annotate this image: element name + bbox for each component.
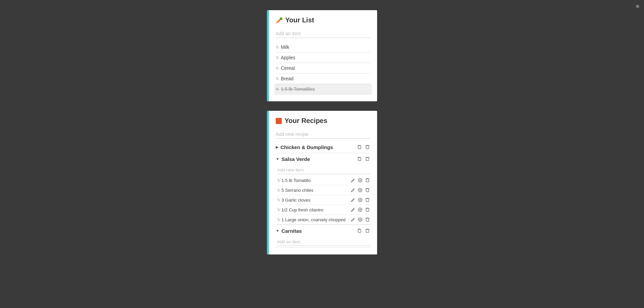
add-recipe-input[interactable]	[276, 130, 370, 139]
list-item-text: 1.5 lb Tomatillos	[281, 86, 315, 92]
list-item-text: Apples	[281, 55, 295, 60]
drag-handle-icon[interactable]: ⇅	[276, 56, 279, 60]
drag-handle-icon[interactable]: ⇅	[276, 66, 279, 70]
chevron-down-icon[interactable]: ▼	[276, 229, 279, 233]
chevron-down-icon[interactable]: ▼	[276, 157, 279, 161]
status-dot	[636, 5, 639, 8]
recipe-group: ▶Chicken & Dumplings	[276, 141, 370, 153]
copy-recipe-button[interactable]	[356, 228, 363, 234]
list-item: ⇅Bread	[276, 74, 370, 84]
list-item-text: Cereal	[281, 65, 295, 71]
drag-handle-icon[interactable]: ⇅	[277, 188, 280, 192]
add-to-list-button[interactable]	[357, 187, 363, 193]
list-item-text: Milk	[281, 44, 289, 50]
copy-recipe-button[interactable]	[356, 144, 363, 150]
recipe-item-row: ⇅1 Large onion, coarsely chopped	[277, 215, 370, 225]
recipe-items-section	[276, 237, 370, 247]
svg-rect-0	[358, 146, 361, 149]
add-recipe-item-input[interactable]	[277, 238, 370, 246]
list-item-text: Bread	[281, 76, 293, 81]
your-list-heading: Your List	[285, 16, 314, 24]
recipe-group-header[interactable]: ▼Carnitas	[276, 225, 370, 237]
recipe-item-actions	[350, 207, 370, 213]
your-recipes-title: Your Recipes	[276, 117, 370, 125]
list-item: ⇅Apples	[276, 53, 370, 63]
drag-handle-icon[interactable]: ⇅	[277, 198, 280, 202]
carrot-icon: 🥕	[276, 17, 282, 24]
add-to-list-button[interactable]	[357, 197, 363, 203]
list-item: ⇅Cereal	[276, 63, 370, 74]
delete-item-button[interactable]	[365, 197, 370, 203]
delete-recipe-button[interactable]	[365, 156, 370, 162]
delete-item-button[interactable]	[365, 177, 370, 183]
edit-item-button[interactable]	[350, 187, 356, 193]
recipe-item-row: ⇅3 Garlic cloves	[277, 195, 370, 205]
list-item: ⇅1.5 lb Tomatillos	[274, 84, 372, 95]
recipe-name: Chicken & Dumplings	[280, 144, 354, 150]
drag-handle-icon[interactable]: ⇅	[276, 87, 279, 91]
drag-handle-icon[interactable]: ⇅	[277, 218, 280, 222]
add-recipe-item-input[interactable]	[277, 166, 370, 174]
your-recipes-card: Your Recipes ▶Chicken & Dumplings▼Salsa …	[267, 111, 377, 254]
recipe-items-section: ⇅1.5 lb Tomatillo⇅5 Serrano chiles⇅3 Gar…	[276, 165, 370, 225]
edit-item-button[interactable]	[350, 197, 356, 203]
recipe-item-text: 5 Serrano chiles	[281, 188, 349, 193]
edit-item-button[interactable]	[350, 178, 356, 183]
recipe-name: Carnitas	[281, 228, 354, 234]
your-list-card: 🥕 Your List ⇅Milk⇅Apples⇅Cereal⇅Bread⇅1.…	[267, 10, 377, 101]
recipe-group: ▼Salsa Verde⇅1.5 lb Tomatillo⇅5 Serrano …	[276, 153, 370, 225]
delete-item-button[interactable]	[365, 187, 370, 193]
recipe-actions	[356, 144, 370, 150]
drag-handle-icon[interactable]: ⇅	[277, 178, 280, 183]
recipe-item-actions	[350, 217, 370, 223]
recipe-groups-container: ▶Chicken & Dumplings▼Salsa Verde⇅1.5 lb …	[276, 141, 370, 248]
recipe-item-text: 1.5 lb Tomatillo	[281, 178, 349, 183]
delete-recipe-button[interactable]	[365, 228, 370, 234]
recipe-item-text: 3 Garlic cloves	[281, 198, 349, 203]
recipe-item-row: ⇅1/2 Cup fresh cilantro	[277, 205, 370, 215]
copy-recipe-button[interactable]	[356, 156, 363, 162]
recipe-item-row: ⇅1.5 lb Tomatillo	[277, 176, 370, 185]
recipe-item-text: 1/2 Cup fresh cilantro	[281, 207, 349, 212]
edit-item-button[interactable]	[350, 217, 356, 223]
recipe-item-row: ⇅5 Serrano chiles	[277, 185, 370, 195]
recipe-item-text: 1 Large onion, coarsely chopped	[281, 217, 349, 222]
add-to-list-button[interactable]	[357, 207, 363, 213]
recipe-name: Salsa Verde	[281, 156, 354, 162]
add-list-item-input[interactable]	[276, 29, 370, 38]
drag-handle-icon[interactable]: ⇅	[277, 208, 280, 212]
recipe-actions	[356, 228, 370, 234]
delete-item-button[interactable]	[365, 207, 370, 213]
recipe-item-actions	[350, 197, 370, 203]
chevron-right-icon[interactable]: ▶	[276, 145, 278, 149]
recipe-item-actions	[350, 177, 370, 183]
add-to-list-button[interactable]	[357, 177, 363, 183]
recipe-item-actions	[350, 187, 370, 193]
edit-item-button[interactable]	[350, 207, 356, 213]
your-recipes-heading: Your Recipes	[285, 117, 327, 125]
drag-handle-icon[interactable]: ⇅	[276, 77, 279, 81]
svg-rect-17	[358, 229, 361, 232]
list-item: ⇅Milk	[276, 42, 370, 53]
delete-recipe-button[interactable]	[365, 144, 370, 150]
recipe-icon	[276, 118, 282, 124]
drag-handle-icon[interactable]: ⇅	[276, 45, 279, 49]
delete-item-button[interactable]	[365, 217, 370, 223]
add-to-list-button[interactable]	[357, 217, 363, 223]
svg-rect-1	[358, 158, 361, 161]
recipe-group: ▼Carnitas	[276, 225, 370, 248]
your-list-title: 🥕 Your List	[276, 16, 370, 24]
recipe-group-header[interactable]: ▼Salsa Verde	[276, 153, 370, 165]
recipe-actions	[356, 156, 370, 162]
list-items-container: ⇅Milk⇅Apples⇅Cereal⇅Bread⇅1.5 lb Tomatil…	[276, 42, 370, 95]
recipe-group-header[interactable]: ▶Chicken & Dumplings	[276, 141, 370, 153]
